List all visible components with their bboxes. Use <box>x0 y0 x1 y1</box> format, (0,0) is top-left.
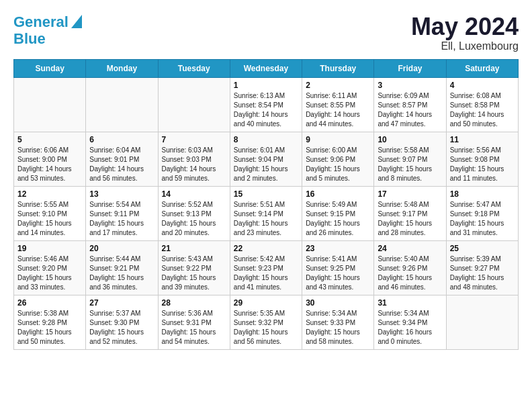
day-number: 25 <box>450 244 515 253</box>
day-info: Sunrise: 6:11 AM Sunset: 8:55 PM Dayligh… <box>306 91 370 129</box>
day-info: Sunrise: 5:40 AM Sunset: 9:26 PM Dayligh… <box>378 255 442 292</box>
day-info: Sunrise: 5:38 AM Sunset: 9:28 PM Dayligh… <box>17 309 82 347</box>
day-number: 24 <box>378 244 442 253</box>
calendar-week-5: 26Sunrise: 5:38 AM Sunset: 9:28 PM Dayli… <box>14 295 519 349</box>
svg-marker-0 <box>71 15 82 28</box>
calendar-cell: 23Sunrise: 5:41 AM Sunset: 9:25 PM Dayli… <box>302 240 374 295</box>
calendar-cell <box>14 77 86 132</box>
month-title: May 2024 <box>411 13 519 40</box>
day-info: Sunrise: 5:34 AM Sunset: 9:34 PM Dayligh… <box>378 309 442 347</box>
day-info: Sunrise: 5:49 AM Sunset: 9:15 PM Dayligh… <box>306 200 370 238</box>
day-info: Sunrise: 5:58 AM Sunset: 9:07 PM Dayligh… <box>378 146 442 183</box>
day-number: 10 <box>378 135 442 144</box>
calendar-week-4: 19Sunrise: 5:46 AM Sunset: 9:20 PM Dayli… <box>14 240 519 295</box>
day-number: 6 <box>89 135 154 144</box>
calendar-cell <box>158 77 230 132</box>
day-number: 27 <box>89 298 154 308</box>
day-info: Sunrise: 5:37 AM Sunset: 9:30 PM Dayligh… <box>89 309 154 347</box>
calendar-cell: 13Sunrise: 5:54 AM Sunset: 9:11 PM Dayli… <box>86 186 158 240</box>
title-block: May 2024 Ell, Luxembourg <box>411 13 519 52</box>
day-number: 12 <box>17 189 82 199</box>
calendar-cell: 27Sunrise: 5:37 AM Sunset: 9:30 PM Dayli… <box>86 295 158 349</box>
day-number: 26 <box>17 298 82 308</box>
calendar-cell: 29Sunrise: 5:35 AM Sunset: 9:32 PM Dayli… <box>230 295 302 349</box>
calendar-cell: 14Sunrise: 5:52 AM Sunset: 9:13 PM Dayli… <box>158 186 230 240</box>
calendar-cell <box>446 295 518 349</box>
weekday-header-wednesday: Wednesday <box>230 59 302 77</box>
calendar-table: SundayMondayTuesdayWednesdayThursdayFrid… <box>13 59 519 350</box>
calendar-cell: 6Sunrise: 6:04 AM Sunset: 9:01 PM Daylig… <box>86 132 158 186</box>
day-number: 20 <box>89 244 154 253</box>
logo-bird-icon <box>71 15 82 28</box>
calendar-cell: 19Sunrise: 5:46 AM Sunset: 9:20 PM Dayli… <box>14 240 86 295</box>
day-number: 23 <box>306 244 370 253</box>
day-number: 9 <box>306 135 370 144</box>
day-number: 19 <box>17 244 82 253</box>
day-info: Sunrise: 5:41 AM Sunset: 9:25 PM Dayligh… <box>306 255 370 292</box>
day-info: Sunrise: 5:42 AM Sunset: 9:23 PM Dayligh… <box>234 255 298 292</box>
day-number: 8 <box>234 135 298 144</box>
logo: General Blue <box>13 13 82 47</box>
day-info: Sunrise: 5:39 AM Sunset: 9:27 PM Dayligh… <box>450 255 515 292</box>
calendar-cell: 20Sunrise: 5:44 AM Sunset: 9:21 PM Dayli… <box>86 240 158 295</box>
calendar-cell: 26Sunrise: 5:38 AM Sunset: 9:28 PM Dayli… <box>14 295 86 349</box>
day-info: Sunrise: 5:48 AM Sunset: 9:17 PM Dayligh… <box>378 200 442 238</box>
calendar-cell: 3Sunrise: 6:09 AM Sunset: 8:57 PM Daylig… <box>374 77 446 132</box>
day-info: Sunrise: 5:34 AM Sunset: 9:33 PM Dayligh… <box>306 309 370 347</box>
day-number: 7 <box>162 135 226 144</box>
calendar-cell: 10Sunrise: 5:58 AM Sunset: 9:07 PM Dayli… <box>374 132 446 186</box>
day-info: Sunrise: 6:00 AM Sunset: 9:06 PM Dayligh… <box>306 146 370 183</box>
day-number: 30 <box>306 298 370 308</box>
calendar-cell: 12Sunrise: 5:55 AM Sunset: 9:10 PM Dayli… <box>14 186 86 240</box>
calendar-cell: 17Sunrise: 5:48 AM Sunset: 9:17 PM Dayli… <box>374 186 446 240</box>
calendar-cell: 16Sunrise: 5:49 AM Sunset: 9:15 PM Dayli… <box>302 186 374 240</box>
calendar-cell: 18Sunrise: 5:47 AM Sunset: 9:18 PM Dayli… <box>446 186 518 240</box>
calendar-cell: 5Sunrise: 6:06 AM Sunset: 9:00 PM Daylig… <box>14 132 86 186</box>
day-info: Sunrise: 5:54 AM Sunset: 9:11 PM Dayligh… <box>89 200 154 238</box>
weekday-header-tuesday: Tuesday <box>158 59 230 77</box>
day-number: 5 <box>17 135 82 144</box>
calendar-week-1: 1Sunrise: 6:13 AM Sunset: 8:54 PM Daylig… <box>14 77 519 132</box>
day-number: 1 <box>234 81 298 90</box>
day-info: Sunrise: 5:44 AM Sunset: 9:21 PM Dayligh… <box>89 255 154 292</box>
location: Ell, Luxembourg <box>411 40 519 52</box>
logo-text-blue: Blue <box>13 31 46 47</box>
day-info: Sunrise: 5:36 AM Sunset: 9:31 PM Dayligh… <box>162 309 226 347</box>
day-number: 11 <box>450 135 515 144</box>
day-number: 13 <box>89 189 154 199</box>
day-number: 22 <box>234 244 298 253</box>
day-number: 3 <box>378 81 442 90</box>
day-number: 2 <box>306 81 370 90</box>
calendar-cell: 2Sunrise: 6:11 AM Sunset: 8:55 PM Daylig… <box>302 77 374 132</box>
calendar-week-2: 5Sunrise: 6:06 AM Sunset: 9:00 PM Daylig… <box>14 132 519 186</box>
calendar-cell: 24Sunrise: 5:40 AM Sunset: 9:26 PM Dayli… <box>374 240 446 295</box>
calendar-cell: 25Sunrise: 5:39 AM Sunset: 9:27 PM Dayli… <box>446 240 518 295</box>
day-number: 21 <box>162 244 226 253</box>
calendar-cell: 11Sunrise: 5:56 AM Sunset: 9:08 PM Dayli… <box>446 132 518 186</box>
day-number: 18 <box>450 189 515 199</box>
calendar-body: 1Sunrise: 6:13 AM Sunset: 8:54 PM Daylig… <box>14 77 519 349</box>
calendar-cell: 22Sunrise: 5:42 AM Sunset: 9:23 PM Dayli… <box>230 240 302 295</box>
calendar-cell: 15Sunrise: 5:51 AM Sunset: 9:14 PM Dayli… <box>230 186 302 240</box>
weekday-header-sunday: Sunday <box>14 59 86 77</box>
calendar-cell <box>86 77 158 132</box>
weekday-header-saturday: Saturday <box>446 59 518 77</box>
calendar-cell: 4Sunrise: 6:08 AM Sunset: 8:58 PM Daylig… <box>446 77 518 132</box>
day-number: 31 <box>378 298 442 308</box>
calendar-header: SundayMondayTuesdayWednesdayThursdayFrid… <box>14 59 519 77</box>
day-number: 15 <box>234 189 298 199</box>
day-info: Sunrise: 5:43 AM Sunset: 9:22 PM Dayligh… <box>162 255 226 292</box>
calendar-cell: 1Sunrise: 6:13 AM Sunset: 8:54 PM Daylig… <box>230 77 302 132</box>
calendar-cell: 7Sunrise: 6:03 AM Sunset: 9:03 PM Daylig… <box>158 132 230 186</box>
day-info: Sunrise: 6:03 AM Sunset: 9:03 PM Dayligh… <box>162 146 226 183</box>
day-info: Sunrise: 6:06 AM Sunset: 9:00 PM Dayligh… <box>17 146 82 183</box>
day-info: Sunrise: 5:47 AM Sunset: 9:18 PM Dayligh… <box>450 200 515 238</box>
calendar-cell: 31Sunrise: 5:34 AM Sunset: 9:34 PM Dayli… <box>374 295 446 349</box>
calendar-cell: 28Sunrise: 5:36 AM Sunset: 9:31 PM Dayli… <box>158 295 230 349</box>
weekday-header-thursday: Thursday <box>302 59 374 77</box>
day-info: Sunrise: 6:13 AM Sunset: 8:54 PM Dayligh… <box>234 91 298 129</box>
calendar-cell: 21Sunrise: 5:43 AM Sunset: 9:22 PM Dayli… <box>158 240 230 295</box>
day-info: Sunrise: 6:09 AM Sunset: 8:57 PM Dayligh… <box>378 91 442 129</box>
day-info: Sunrise: 5:56 AM Sunset: 9:08 PM Dayligh… <box>450 146 515 183</box>
page-header: General Blue May 2024 Ell, Luxembourg <box>13 13 519 52</box>
